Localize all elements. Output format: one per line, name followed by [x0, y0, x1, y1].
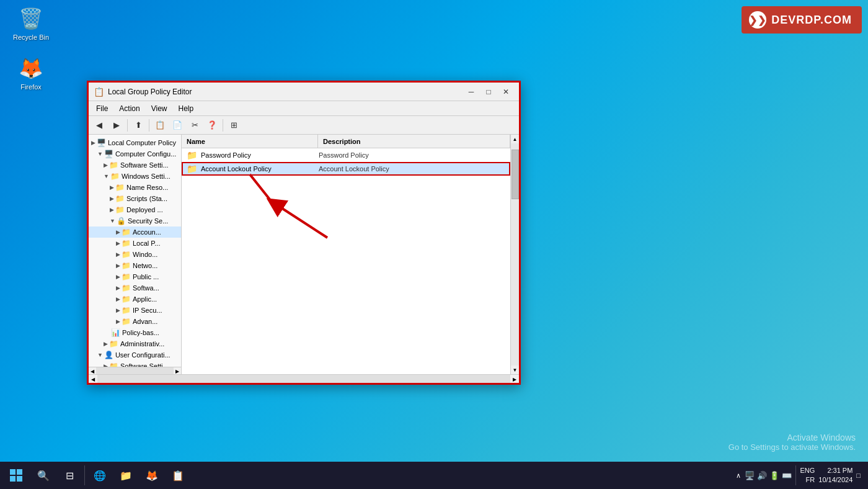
column-header-description[interactable]: Description [318, 135, 510, 148]
list-row-account-lockout-policy[interactable]: 📁 Account Lockout Policy Account Lockout… [182, 162, 510, 176]
vscroll-thumb[interactable] [512, 150, 519, 199]
volume-icon[interactable]: 🔊 [757, 471, 767, 480]
show-desktop-button[interactable]: □ [856, 472, 861, 479]
group-policy-editor-window: 📋 Local Group Policy Editor ─ □ ✕ File A… [87, 81, 521, 385]
show-hidden-icons[interactable]: ∧ [736, 472, 741, 480]
notes-button[interactable]: 📋 [166, 463, 190, 488]
minimize-button[interactable]: ─ [463, 85, 479, 99]
tree-item-ip-security[interactable]: ▶ 📁 IP Secu... [89, 305, 181, 316]
security-icon: 🔒 [117, 217, 126, 225]
tree-item-windows-firewall[interactable]: ▶ 📁 Windo... [89, 249, 181, 260]
tree-item-advanced-audit[interactable]: ▶ 📁 Advan... [89, 316, 181, 327]
column-header-name[interactable]: Name [182, 135, 318, 148]
up-button[interactable]: ⬆ [130, 118, 146, 133]
language-indicator[interactable]: ENG FR [800, 466, 815, 485]
tree-arrow: ▶ [110, 195, 114, 202]
start-button[interactable] [2, 462, 30, 489]
devrdp-badge: ❯❯ DEVRDP.COM [742, 6, 862, 34]
task-view-button[interactable]: ⊟ [57, 463, 82, 488]
folder-icon: 📁 [187, 164, 197, 174]
menu-action[interactable]: Action [114, 103, 144, 114]
taskbar-clock[interactable]: 2:31 PM 10/14/2024 [818, 466, 852, 485]
hscroll-left[interactable]: ◀ [89, 367, 96, 374]
computer-icon: 🖥️ [104, 150, 113, 158]
show-hide-tree-button[interactable]: 📋 [152, 118, 168, 133]
tree-item-admin-templates[interactable]: ▶ 📁 Administrativ... [89, 338, 181, 349]
tree-arrow: ▶ [116, 307, 120, 313]
devrdp-label: DEVRDP.COM [771, 14, 852, 27]
folder-icon: 📁 [122, 317, 131, 326]
recycle-bin-icon[interactable]: 🗑️ Recycle Bin [9, 6, 53, 41]
folder-icon: 🖥️ [97, 138, 106, 147]
hscroll-track[interactable] [96, 367, 174, 374]
firefox-icon[interactable]: 🦊 Firefox [9, 56, 53, 91]
tree-item-windows-settings[interactable]: ▼ 📁 Windows Setti... [89, 171, 181, 182]
hscroll-right[interactable]: ▶ [174, 367, 181, 374]
maximize-button[interactable]: □ [480, 85, 497, 99]
tree-item-network-list[interactable]: ▶ 📁 Netwo... [89, 260, 181, 271]
hscroll-track-main[interactable] [97, 375, 510, 383]
vscroll-down[interactable]: ▼ [511, 366, 520, 374]
folder-icon: 📁 [115, 183, 125, 192]
folder-icon: 📁 [109, 339, 118, 348]
tree-item-public-key[interactable]: ▶ 📁 Public ... [89, 271, 181, 282]
menu-view[interactable]: View [146, 103, 172, 114]
tree-item-local-computer-policy[interactable]: ▶ 🖥️ Local Computer Policy [89, 137, 181, 148]
search-button[interactable]: 🔍 [31, 463, 56, 488]
tree-item-name-resolution[interactable]: ▶ 📁 Name Reso... [89, 182, 181, 193]
tree-arrow: ▶ [91, 140, 95, 146]
tree-item-scripts[interactable]: ▶ 📁 Scripts (Sta... [89, 193, 181, 204]
tree-item-account-policies[interactable]: ▶ 📁 Accoun... [89, 227, 181, 238]
windows-logo-icon [10, 469, 22, 482]
tree-item-computer-config[interactable]: ▼ 🖥️ Computer Configu... [89, 148, 181, 159]
battery-icon[interactable]: 🔋 [769, 471, 779, 480]
tree-item-software-restriction[interactable]: ▶ 📁 Softwa... [89, 282, 181, 294]
export-button[interactable]: ✂ [187, 118, 203, 133]
folder-icon: 📁 [122, 261, 131, 270]
tree-item-security-settings[interactable]: ▼ 🔒 Security Se... [89, 215, 181, 227]
tree-item-application-control[interactable]: ▶ 📁 Applic... [89, 294, 181, 305]
tree-item-user-config[interactable]: ▼ 👤 User Configurati... [89, 349, 181, 361]
window-title-text: Local Group Policy Editor [108, 87, 463, 96]
forward-button[interactable]: ▶ [108, 118, 125, 133]
chart-icon: 📊 [111, 328, 120, 337]
content-area: ▶ 🖥️ Local Computer Policy ▼ 🖥️ Computer… [89, 135, 519, 374]
toolbar-separator-1 [127, 119, 128, 132]
folder-icon: 📁 [115, 194, 125, 203]
taskbar: 🔍 ⊟ 🌐 📁 🦊 📋 ∧ 🖥️ 🔊 🔋 ⌨️ ENG FR 2:31 PM 1… [0, 462, 868, 489]
help-button[interactable]: ❓ [204, 118, 220, 133]
back-button[interactable]: ◀ [91, 118, 107, 133]
activate-watermark: Activate Windows Go to Settings to activ… [728, 433, 856, 452]
folder-icon: 📁 [115, 205, 125, 214]
keyboard-icon[interactable]: ⌨️ [782, 471, 792, 480]
folder-icon: 📁 [187, 150, 197, 160]
hscroll-left-main[interactable]: ◀ [89, 375, 97, 384]
menu-help[interactable]: Help [174, 103, 199, 114]
network-icon[interactable]: 🖥️ [745, 471, 755, 480]
tree-arrow: ▶ [116, 296, 120, 302]
firefox-taskbar-button[interactable]: 🦊 [140, 463, 164, 488]
tree-item-software-settings[interactable]: ▶ 📁 Software Setti... [89, 159, 181, 171]
close-button[interactable]: ✕ [498, 85, 514, 99]
menu-file[interactable]: File [91, 103, 113, 114]
tree-item-deployed[interactable]: ▶ 📁 Deployed ... [89, 204, 181, 215]
list-body: 📁 Password Policy Password Policy 📁 Acco… [182, 148, 510, 374]
tree-arrow: ▶ [116, 229, 120, 235]
file-explorer-button[interactable]: 📁 [113, 463, 138, 488]
tree-item-policy-based-qos[interactable]: 📊 Policy-bas... [89, 327, 181, 338]
tree-arrow: ▶ [104, 162, 108, 168]
vscroll-track[interactable] [511, 143, 520, 366]
tray-separator [795, 465, 796, 485]
properties-button[interactable]: 📄 [169, 118, 185, 133]
password-policy-desc: Password Policy [319, 151, 509, 159]
vscroll-up[interactable]: ▲ [511, 135, 520, 143]
list-row-password-policy[interactable]: 📁 Password Policy Password Policy [182, 148, 510, 162]
activate-subtitle: Go to Settings to activate Windows. [728, 442, 856, 452]
tree-item-local-policies[interactable]: ▶ 📁 Local P... [89, 238, 181, 249]
ie-button[interactable]: 🌐 [87, 463, 112, 488]
view-button[interactable]: ⊞ [226, 118, 242, 133]
password-policy-name: Password Policy [201, 151, 319, 159]
folder-icon: 📁 [122, 295, 131, 303]
list-pane: Name Description 📁 Password Policy Passw… [182, 135, 510, 374]
hscroll-right-main[interactable]: ▶ [510, 375, 519, 384]
